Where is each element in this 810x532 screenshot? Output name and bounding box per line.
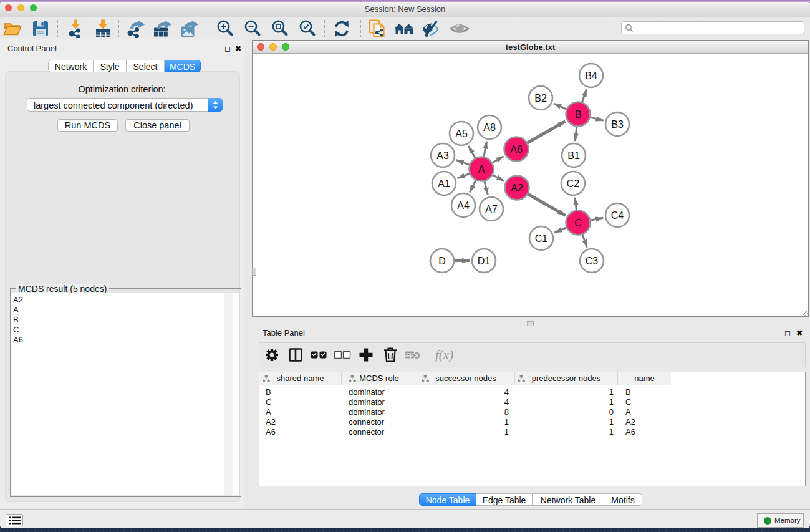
svg-text:D: D <box>438 256 446 266</box>
svg-text:B3: B3 <box>611 119 624 130</box>
svg-text:A1: A1 <box>438 178 450 189</box>
svg-text:C: C <box>574 218 582 228</box>
svg-text:C1: C1 <box>535 233 548 244</box>
svg-text:f(x): f(x) <box>435 347 453 362</box>
svg-text:A4: A4 <box>457 200 470 211</box>
svg-text:C3: C3 <box>586 256 599 266</box>
svg-text:A7: A7 <box>485 204 498 215</box>
svg-text:A3: A3 <box>436 150 449 161</box>
svg-text:D1: D1 <box>478 256 491 266</box>
svg-text:C2: C2 <box>567 178 580 189</box>
svg-text:A5: A5 <box>455 128 468 139</box>
svg-text:C4: C4 <box>611 210 624 221</box>
svg-text:A: A <box>478 164 485 175</box>
svg-text:A2: A2 <box>511 183 523 193</box>
svg-text:A8: A8 <box>483 122 496 133</box>
svg-text:B: B <box>575 109 582 120</box>
svg-text:B2: B2 <box>534 93 547 104</box>
svg-text:B1: B1 <box>567 150 580 161</box>
svg-text:B4: B4 <box>585 70 597 81</box>
svg-text:A6: A6 <box>510 144 523 155</box>
